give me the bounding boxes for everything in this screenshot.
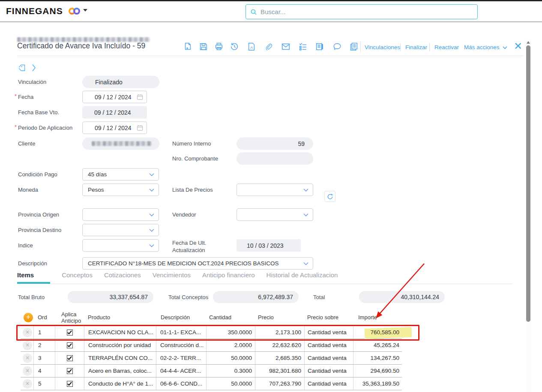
descripcion-label: Descripción [18, 260, 47, 267]
tab-conceptos[interactable]: Conceptos [62, 271, 93, 284]
moneda-label: Moneda [18, 187, 38, 193]
cell-precio-sobre: Cantidad venta [304, 377, 353, 390]
vinculaciones-link[interactable]: Vinculaciones [365, 44, 400, 50]
vendedor-select[interactable] [237, 208, 313, 221]
brand-logo-text[interactable]: FINNEGANS [6, 6, 63, 16]
numero-interno-label: Número Interno [172, 140, 211, 147]
scrollbar-up-arrow-icon[interactable] [527, 41, 530, 44]
journal-icon[interactable] [315, 42, 324, 51]
cliente-value [82, 137, 159, 150]
comment-icon[interactable] [332, 42, 342, 51]
total-conceptos-label: Total Conceptos [168, 294, 208, 300]
chevron-down-icon [303, 188, 308, 192]
brand-dropdown-caret-icon[interactable] [83, 9, 87, 12]
cell-precio-sobre: Cantidad venta [304, 352, 353, 364]
aplica-anticipo-checkbox[interactable] [67, 355, 73, 361]
total-bruto-value: 33,337,654.87 [68, 291, 153, 303]
chevron-right-icon[interactable] [32, 64, 36, 71]
moneda-select[interactable]: Pesos [82, 184, 159, 196]
aplica-anticipo-checkbox[interactable] [67, 342, 73, 348]
descripcion-select[interactable]: CERTIFICADO N°18-MES DE MEDICION OCT.202… [82, 257, 313, 270]
delete-row-icon[interactable] [23, 328, 32, 337]
delete-row-icon[interactable] [23, 379, 32, 389]
cell-importe: 760,585.00 [353, 326, 402, 339]
calendar-icon[interactable] [137, 94, 143, 100]
cell-descripcion: Construcción d... [156, 339, 206, 351]
periodo-value: 09 / 12 / 2024 [95, 125, 132, 131]
total-bruto-label: Total Bruto [18, 294, 45, 300]
save-icon[interactable] [199, 42, 208, 51]
cell-precio: 982,301.680 [255, 365, 304, 377]
search-input[interactable] [261, 8, 466, 15]
moneda-value: Pesos [88, 187, 104, 193]
provincia-origen-select[interactable] [82, 208, 159, 221]
delete-row-icon[interactable] [23, 341, 32, 350]
link-divider [400, 43, 401, 51]
reactivar-link[interactable]: Reactivar [434, 44, 459, 50]
col-precio-sobre: Precio sobre [304, 309, 353, 326]
font-document-icon[interactable]: A [247, 42, 256, 51]
checklist-icon[interactable] [298, 42, 308, 51]
cell-precio-sobre: Cantidad venta [304, 326, 353, 339]
delete-row-icon[interactable] [23, 353, 32, 363]
mail-icon[interactable] [281, 42, 290, 51]
global-search[interactable] [246, 4, 478, 19]
cell-cantidad: 50.0000 [206, 377, 255, 390]
table-row: 1 EXCAVACION NO CLA... 01-1-1- EXCA... 3… [21, 326, 402, 339]
print-icon[interactable] [214, 42, 224, 51]
cell-importe: 35,363,189.50 [353, 377, 402, 390]
indice-label: Indice [18, 242, 33, 249]
refresh-icon [327, 193, 333, 200]
new-document-icon[interactable] [183, 42, 192, 51]
delete-row-icon[interactable] [23, 366, 32, 376]
chevron-down-icon [503, 44, 507, 50]
total-value: 40,310,144.24 [359, 291, 445, 303]
cliente-label: Cliente [18, 140, 35, 147]
tag-icon[interactable] [19, 64, 27, 72]
vinculacion-text: Finalizado [95, 79, 123, 86]
cell-producto: TERRAPLÉN CON CO... [84, 352, 156, 364]
cell-descripcion: 02-2-2- TERR... [156, 352, 206, 364]
cell-cantidad: 2.0000 [206, 339, 255, 351]
refresh-prices-button[interactable] [324, 191, 335, 202]
header-divider [17, 56, 524, 56]
search-icon [250, 9, 257, 15]
fecha-base-value: 09 / 12 / 2024 [82, 106, 147, 119]
copy-icon[interactable] [349, 42, 359, 51]
mas-acciones-link[interactable]: Más acciones [464, 44, 507, 50]
close-icon[interactable]: ✕ [514, 40, 522, 52]
aplica-anticipo-checkbox[interactable] [67, 368, 73, 374]
condicion-pago-label: Condición Pago [18, 171, 57, 178]
total-conceptos-text: 6,972,489.37 [258, 294, 293, 300]
link-divider [429, 43, 430, 51]
total-label: Total [313, 294, 325, 300]
attachment-icon[interactable] [264, 42, 273, 51]
chevron-down-icon [149, 229, 154, 232]
condicion-pago-select[interactable]: 45 días [82, 168, 159, 181]
col-cantidad: Cantidad [206, 309, 255, 326]
provincia-destino-select[interactable] [82, 224, 159, 236]
scrollbar-thumb[interactable] [526, 45, 530, 322]
indice-select[interactable] [82, 239, 159, 252]
descripcion-value: CERTIFICADO N°18-MES DE MEDICION OCT.202… [88, 260, 279, 267]
fecha-label: Fecha [18, 94, 33, 100]
add-row-button[interactable] [24, 313, 33, 322]
aplica-anticipo-checkbox[interactable] [67, 330, 73, 336]
cell-cantidad: 0.3000 [206, 365, 255, 377]
aplica-anticipo-checkbox[interactable] [67, 381, 73, 387]
calendar-icon[interactable] [137, 125, 143, 131]
periodo-input[interactable]: 09 / 12 / 2024 [82, 122, 147, 134]
lista-precios-select[interactable] [237, 184, 313, 196]
col-producto: Producto [84, 309, 156, 326]
finalizar-link[interactable]: Finalizar [405, 44, 427, 50]
tab-items[interactable]: Items [17, 271, 50, 284]
tab-cotizaciones[interactable]: Cotizaciones [104, 271, 141, 284]
tab-anticipo-financiero[interactable]: Anticipo financiero [202, 271, 255, 284]
mas-acciones-label: Más acciones [464, 44, 500, 50]
tab-vencimientos[interactable]: Vencimientos [153, 271, 191, 284]
fecha-input[interactable]: 09 / 12 / 2024 [82, 91, 147, 103]
tab-historial-actualizacion[interactable]: Historial de Actualizacion [267, 271, 338, 284]
history-icon[interactable] [230, 42, 239, 51]
cell-producto: Acero en Barras, coloc... [84, 365, 156, 377]
cell-precio: 707,263.790 [255, 377, 304, 390]
